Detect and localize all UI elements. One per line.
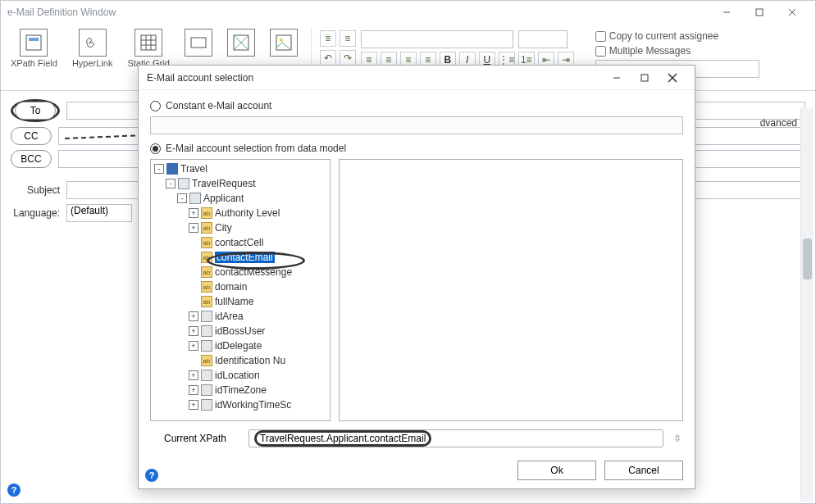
datamodel-email-radio[interactable]: E-Mail account selection from data model: [150, 143, 683, 154]
constant-email-input[interactable]: [150, 116, 683, 134]
tree-attr-identification-nu[interactable]: abIdentification Nu: [154, 353, 328, 368]
xpath-stepper[interactable]: ⇳: [672, 433, 683, 444]
constant-email-radio[interactable]: Constant e-Mail account: [150, 100, 683, 111]
tree-attr-domain[interactable]: abdomain: [154, 279, 328, 294]
hyperlink-button[interactable]: HyperLink: [67, 27, 118, 87]
tree-attr-contactemail[interactable]: abcontactEmail: [154, 250, 328, 265]
modal-titlebar: E-Mail account selection: [139, 66, 695, 90]
advanced-label: dvanced: [760, 117, 797, 129]
subject-label: Subject: [11, 184, 60, 196]
tree-applicant[interactable]: -Applicant: [154, 191, 328, 206]
svg-rect-4: [26, 35, 41, 50]
tree-attr-idlocation[interactable]: +idLocation: [154, 368, 328, 383]
language-combo[interactable]: (Default): [66, 204, 132, 222]
indent-right-icon[interactable]: ≡: [340, 30, 356, 47]
to-button[interactable]: To: [15, 102, 56, 120]
tree-attr-contactmessenge[interactable]: abcontactMessenge: [154, 265, 328, 279]
current-xpath-input[interactable]: TravelRequest.Applicant.contactEmail: [248, 429, 663, 447]
modal-minimize-button[interactable]: [603, 68, 631, 88]
multiple-messages-checkbox[interactable]: Multiple Messages: [595, 45, 759, 57]
maximize-button[interactable]: [743, 1, 776, 24]
current-xpath-label: Current XPath: [150, 433, 240, 444]
modal-maximize-button[interactable]: [631, 68, 659, 88]
tree-attr-iddelegate[interactable]: +idDelegate: [154, 338, 328, 353]
cc-button[interactable]: CC: [11, 127, 52, 145]
language-label: Language:: [11, 207, 60, 219]
email-definition-window: e-Mail Definition Window XPath Field Hyp…: [0, 0, 816, 504]
modal-help-icon[interactable]: ?: [145, 469, 158, 482]
main-scrollbar[interactable]: [800, 107, 814, 502]
window-title: e-Mail Definition Window: [7, 7, 710, 18]
svg-rect-5: [29, 38, 39, 41]
minimize-button[interactable]: [710, 1, 743, 24]
indent-left-icon[interactable]: ≡: [320, 30, 336, 47]
tree-attr-authority-level[interactable]: +abAuthority Level: [154, 206, 328, 220]
tree-attr-fullname[interactable]: abfullName: [154, 294, 328, 309]
tree-travelrequest[interactable]: -TravelRequest: [154, 176, 328, 191]
font-family-combo[interactable]: [361, 30, 513, 48]
tree-attr-contactcell[interactable]: abcontactCell: [154, 235, 328, 250]
datamodel-tree[interactable]: -Travel-TravelRequest-Applicant+abAuthor…: [150, 159, 331, 421]
cancel-button[interactable]: Cancel: [604, 461, 683, 480]
font-size-combo[interactable]: [518, 30, 568, 48]
xpath-field-button[interactable]: XPath Field: [6, 27, 62, 87]
close-button[interactable]: [776, 1, 809, 24]
tree-attr-city[interactable]: +abCity: [154, 220, 328, 235]
main-titlebar: e-Mail Definition Window: [1, 1, 815, 24]
copy-to-assignee-checkbox[interactable]: Copy to current assignee: [595, 30, 759, 42]
tree-attr-idtimezone[interactable]: +idTimeZone: [154, 383, 328, 397]
bcc-button[interactable]: BCC: [11, 150, 52, 168]
svg-rect-6: [141, 35, 156, 50]
svg-rect-1: [756, 9, 763, 16]
modal-close-button[interactable]: [659, 68, 686, 88]
svg-point-14: [280, 39, 283, 42]
tree-root-travel[interactable]: -Travel: [154, 161, 328, 176]
tree-attr-idworkingtimesc[interactable]: +idWorkingTimeSc: [154, 397, 328, 412]
undo-icon[interactable]: ↶: [320, 50, 336, 66]
ok-button[interactable]: Ok: [517, 461, 596, 480]
redo-icon[interactable]: ↷: [340, 50, 356, 66]
help-icon[interactable]: ?: [7, 484, 21, 497]
modal-title: E-Mail account selection: [147, 72, 603, 84]
svg-rect-11: [191, 38, 206, 48]
tree-attr-idarea[interactable]: +idArea: [154, 309, 328, 324]
svg-line-15: [65, 135, 144, 138]
email-account-selection-dialog: E-Mail account selection Constant e-Mail…: [138, 65, 695, 489]
preview-pane: [339, 159, 683, 421]
svg-rect-18: [641, 75, 648, 81]
tree-attr-idbossuser[interactable]: +idBossUser: [154, 324, 328, 338]
